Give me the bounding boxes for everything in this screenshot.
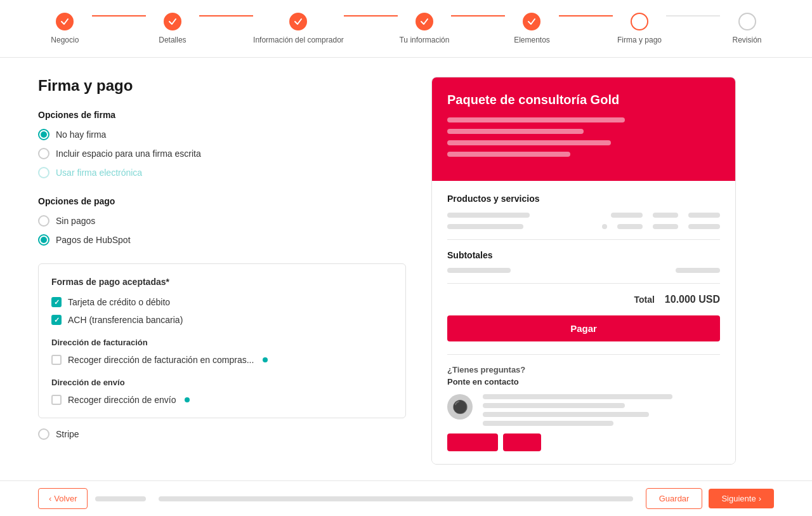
pago-label-hubspot: Pagos de HubSpot bbox=[56, 235, 131, 245]
firma-option-no-firma[interactable]: No hay firma bbox=[38, 129, 406, 140]
step-circle-revision bbox=[738, 13, 756, 30]
billing-checkbox-row: Recoger dirección de facturación en comp… bbox=[51, 355, 393, 365]
connector-5 bbox=[559, 15, 613, 17]
preview-header-title: Paquete de consultoría Gold bbox=[447, 93, 720, 107]
method-tarjeta[interactable]: Tarjeta de crédito o débito bbox=[51, 297, 393, 307]
product-dot bbox=[602, 224, 607, 229]
connector-4 bbox=[451, 15, 505, 17]
product-line-1c bbox=[653, 213, 678, 218]
stripe-radio-group: Stripe bbox=[38, 428, 406, 440]
firma-label-escrita: Incluir espacio para una firma escrita bbox=[56, 149, 201, 159]
radio-hubspot bbox=[38, 234, 49, 246]
step-circle-info-comprador bbox=[289, 13, 307, 30]
product-line-2d bbox=[688, 224, 720, 229]
contact-row: ⚫ bbox=[447, 394, 720, 426]
contact-section: ¿Tienes preguntas? Ponte en contacto ⚫ bbox=[447, 354, 720, 451]
firma-label-no-firma: No hay firma bbox=[56, 129, 106, 140]
billing-section-title: Dirección de facturación bbox=[51, 338, 393, 347]
contact-btn-1[interactable] bbox=[447, 433, 498, 451]
step-circle-negocio bbox=[56, 13, 74, 30]
contact-buttons bbox=[447, 433, 720, 451]
stepper: Negocio Detalles Información del comprad… bbox=[38, 13, 774, 44]
product-line-1a bbox=[447, 213, 530, 218]
step-label-revision: Revisión bbox=[733, 36, 762, 44]
firma-option-electronica: Usar firma electrónica bbox=[38, 167, 406, 178]
step-label-detalles: Detalles bbox=[159, 36, 186, 44]
subtotal-row bbox=[447, 268, 720, 273]
step-detalles[interactable]: Detalles bbox=[146, 13, 200, 44]
product-line-2a bbox=[447, 224, 523, 229]
right-panel: Paquete de consultoría Gold Productos y … bbox=[431, 77, 736, 466]
step-label-elementos: Elementos bbox=[514, 36, 550, 44]
connector-2 bbox=[199, 15, 253, 17]
preview-line-4 bbox=[447, 152, 570, 157]
method-tarjeta-label: Tarjeta de crédito o débito bbox=[68, 297, 170, 307]
preview-line-2 bbox=[447, 129, 584, 134]
radio-stripe bbox=[38, 428, 49, 440]
left-panel: Firma y pago Opciones de firma No hay fi… bbox=[38, 77, 406, 466]
step-circle-firma-pago bbox=[631, 13, 648, 30]
footer: ‹ Volver Guardar Siguiente › bbox=[0, 480, 812, 485]
billing-checkbox-label: Recoger dirección de facturación en comp… bbox=[68, 355, 254, 365]
product-row-1 bbox=[447, 213, 720, 218]
firma-label-electronica: Usar firma electrónica bbox=[56, 168, 142, 178]
page-title: Firma y pago bbox=[38, 77, 406, 95]
contact-line-3 bbox=[483, 412, 649, 417]
method-ach[interactable]: ACH (transferencia bancaria) bbox=[51, 315, 393, 325]
subtotals-title: Subtotales bbox=[447, 250, 720, 260]
contact-btn-2[interactable] bbox=[503, 433, 541, 451]
step-label-firma-pago: Firma y pago bbox=[617, 36, 662, 44]
radio-firma-electronica bbox=[38, 167, 49, 178]
shipping-section-title: Dirección de envío bbox=[51, 378, 393, 387]
checkbox-billing bbox=[51, 355, 62, 365]
payment-methods-title: Formas de pago aceptadas* bbox=[51, 277, 393, 287]
step-firma-pago[interactable]: Firma y pago bbox=[613, 13, 667, 44]
shipping-checkbox-row: Recoger dirección de envío bbox=[51, 395, 393, 405]
preview-header: Paquete de consultoría Gold bbox=[432, 77, 735, 181]
preview-line-1 bbox=[447, 117, 625, 122]
radio-no-firma bbox=[38, 129, 49, 140]
step-elementos[interactable]: Elementos bbox=[505, 13, 559, 44]
checkbox-tarjeta bbox=[51, 297, 62, 307]
billing-checkbox[interactable]: Recoger dirección de facturación en comp… bbox=[51, 355, 254, 365]
contact-line-1 bbox=[483, 394, 672, 399]
products-title: Productos y servicios bbox=[447, 194, 720, 204]
shipping-checkbox[interactable]: Recoger dirección de envío bbox=[51, 395, 176, 405]
connector-6 bbox=[666, 15, 720, 17]
product-line-1b bbox=[611, 213, 643, 218]
avatar-icon: ⚫ bbox=[452, 399, 468, 414]
firma-radio-group: No hay firma Incluir espacio para una fi… bbox=[38, 129, 406, 178]
divider-1 bbox=[447, 239, 720, 240]
shipping-section: Dirección de envío Recoger dirección de … bbox=[51, 378, 393, 405]
pago-label-stripe: Stripe bbox=[56, 429, 79, 439]
total-label: Total bbox=[634, 294, 654, 305]
step-revision[interactable]: Revisión bbox=[720, 13, 774, 44]
firma-option-escrita[interactable]: Incluir espacio para una firma escrita bbox=[38, 148, 406, 159]
pago-option-hubspot[interactable]: Pagos de HubSpot bbox=[38, 234, 406, 246]
contact-question: ¿Tienes preguntas? bbox=[447, 365, 720, 374]
step-negocio[interactable]: Negocio bbox=[38, 13, 92, 44]
pago-option-stripe[interactable]: Stripe bbox=[38, 428, 406, 440]
divider-2 bbox=[447, 283, 720, 284]
preview-card: Paquete de consultoría Gold Productos y … bbox=[431, 77, 736, 465]
step-circle-elementos bbox=[523, 13, 540, 30]
step-info-comprador[interactable]: Información del comprador bbox=[253, 13, 344, 44]
contact-lines bbox=[483, 394, 720, 426]
shipping-info-dot bbox=[185, 397, 190, 402]
preview-line-3 bbox=[447, 140, 611, 145]
subtotal-line-2 bbox=[676, 268, 720, 273]
step-tu-info[interactable]: Tu información bbox=[398, 13, 452, 44]
billing-info-dot bbox=[263, 357, 268, 362]
pago-label-sin-pagos: Sin pagos bbox=[56, 216, 95, 226]
payment-box: Formas de pago aceptadas* Tarjeta de cré… bbox=[38, 263, 406, 418]
step-circle-detalles bbox=[164, 13, 181, 30]
pago-option-sin-pagos[interactable]: Sin pagos bbox=[38, 215, 406, 227]
pago-section-title: Opciones de pago bbox=[38, 196, 406, 206]
radio-firma-escrita bbox=[38, 148, 49, 159]
checkbox-ach bbox=[51, 315, 62, 325]
pay-button[interactable]: Pagar bbox=[447, 315, 720, 341]
main-content: Firma y pago Opciones de firma No hay fi… bbox=[0, 58, 812, 485]
contact-line-4 bbox=[483, 421, 613, 426]
product-line-2b bbox=[617, 224, 643, 229]
avatar: ⚫ bbox=[447, 394, 473, 420]
